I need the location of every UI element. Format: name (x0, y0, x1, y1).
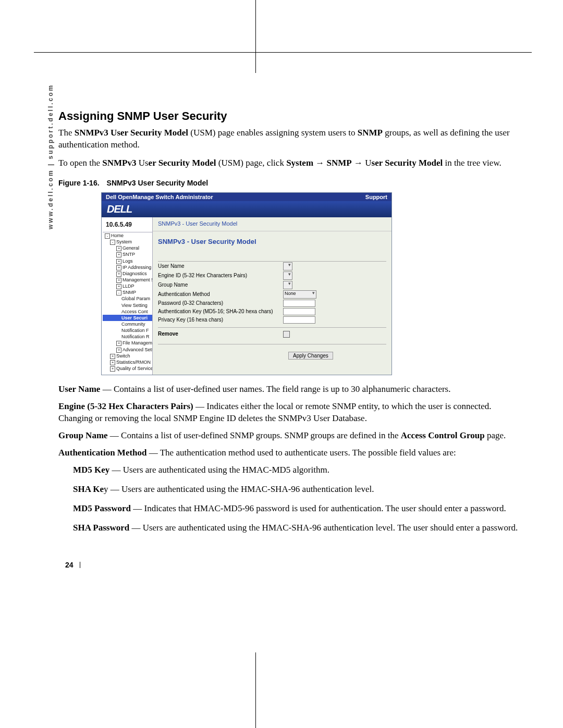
brand-bar: DELL (102, 201, 391, 217)
tree-view-setting[interactable]: View Setting (121, 303, 148, 308)
select-user-name[interactable] (283, 262, 292, 270)
expand-icon[interactable]: + (116, 252, 121, 257)
input-password[interactable] (283, 300, 315, 307)
page-number: 24 (65, 561, 80, 569)
dell-logo: DELL (107, 203, 132, 215)
tree-home[interactable]: Home (111, 233, 124, 238)
expand-icon[interactable]: + (116, 259, 121, 264)
expand-icon[interactable]: - (110, 240, 115, 245)
tree-notification-r[interactable]: Notification R (121, 334, 150, 339)
section-heading: Assigning SNMP User Security (58, 109, 527, 123)
def-md5-key: MD5 Key — Users are authenticated using … (73, 464, 527, 476)
center-rule-bottom (255, 652, 256, 728)
tree-global-param[interactable]: Global Param (121, 296, 150, 301)
collapse-icon[interactable]: - (105, 233, 110, 239)
label-auth-method: Authentication Method (158, 291, 283, 297)
checkbox-remove[interactable] (283, 331, 290, 338)
tree-community[interactable]: Community (121, 322, 145, 327)
expand-icon[interactable]: + (110, 360, 115, 365)
expand-icon[interactable]: + (116, 278, 121, 283)
label-user-name: User Name (158, 263, 283, 269)
apply-changes-button[interactable]: Apply Changes (288, 352, 333, 360)
expand-icon[interactable]: + (116, 272, 121, 277)
window-title: Dell OpenManage Switch Administrator (106, 194, 213, 200)
label-engine-id: Engine ID (5-32 Hex Characters Pairs) (158, 273, 283, 278)
def-sha-password: SHA Password — Users are authenticated u… (73, 522, 527, 534)
tree-lldp[interactable]: LLDP (123, 283, 134, 289)
tree-file-management[interactable]: File Managemen (123, 340, 152, 346)
window-titlebar: Dell OpenManage Switch Administrator Sup… (102, 193, 391, 201)
tree-notification-f[interactable]: Notification F (121, 328, 149, 333)
def-sha-key: SHA Key — Users are authenticated using … (73, 484, 527, 496)
separator (158, 344, 386, 344)
tree-sntp[interactable]: SNTP (123, 252, 135, 257)
label-auth-key: Authentication Key (MD5-16; SHA-20 hexa … (158, 309, 283, 314)
expand-icon[interactable]: + (116, 246, 121, 251)
top-rule (34, 52, 532, 53)
screenshot-figure: Dell OpenManage Switch Administrator Sup… (101, 192, 392, 375)
tree-system[interactable]: System (116, 239, 132, 244)
tree-ipaddressing[interactable]: IP Addressing (123, 265, 151, 270)
select-engine-id[interactable] (283, 272, 292, 280)
def-group-name: Group Name — Contains a list of user-def… (58, 430, 527, 442)
tree-diagnostics[interactable]: Diagnostics (123, 271, 147, 276)
intro-paragraph-1: The SNMPv3 User Security Model (USM) pag… (58, 127, 527, 151)
expand-icon[interactable]: + (116, 284, 121, 289)
collapse-icon[interactable]: - (116, 290, 121, 295)
label-password: Password (0-32 Characters) (158, 300, 283, 306)
select-group-name[interactable] (283, 281, 292, 289)
def-engine: Engine (5-32 Hex Characters Pairs) — Ind… (58, 401, 527, 425)
figure-caption: Figure 1-16.SNMPv3 User Security Model (58, 179, 527, 187)
tree-qos[interactable]: Quality of Service (116, 366, 152, 371)
def-auth-method: Authentication Method — The authenticati… (58, 447, 527, 459)
side-margin-text: www.dell.com | support.dell.com (47, 84, 54, 229)
expand-icon[interactable]: + (110, 354, 115, 359)
label-group-name: Group Name (158, 282, 283, 288)
expand-icon[interactable]: + (116, 348, 121, 353)
tree-access-control[interactable]: Access Cont (121, 309, 148, 314)
tree-user-security[interactable]: User Securi (121, 315, 148, 320)
tree-logs[interactable]: Logs (123, 258, 133, 264)
center-rule-top (255, 0, 256, 73)
expand-icon[interactable]: + (116, 265, 121, 270)
input-privacy-key[interactable] (283, 316, 315, 324)
nav-tree[interactable]: 10.6.5.49 -Home -System +General +SNTP +… (102, 217, 153, 375)
expand-icon[interactable]: + (110, 366, 115, 372)
tree-general[interactable]: General (123, 245, 139, 251)
support-link[interactable]: Support (365, 194, 387, 200)
tree-snmp[interactable]: SNMP (123, 290, 136, 295)
select-auth-method[interactable]: None (283, 290, 316, 299)
label-remove: Remove (158, 331, 283, 338)
tree-advanced[interactable]: Advanced Settin (123, 347, 152, 352)
def-user-name: User Name — Contains a list of user-defi… (58, 384, 527, 396)
device-ip: 10.6.5.49 (103, 218, 152, 232)
input-auth-key[interactable] (283, 308, 315, 315)
label-privacy-key: Privacy Key (16 hexa chars) (158, 317, 283, 323)
tree-mgmt-security[interactable]: Management Se (123, 277, 152, 282)
breadcrumb: SNMPv3 - User Security Model (153, 217, 391, 231)
tree-switch[interactable]: Switch (116, 353, 130, 359)
def-md5-password: MD5 Password — Indicates that HMAC-MD5-9… (73, 503, 527, 515)
expand-icon[interactable]: + (116, 341, 121, 346)
intro-paragraph-2: To open the SNMPv3 User Security Model (… (58, 157, 527, 169)
page-title: SNMPv3 - User Security Model (153, 231, 391, 261)
tree-statistics[interactable]: Statistics/RMON (116, 360, 151, 365)
